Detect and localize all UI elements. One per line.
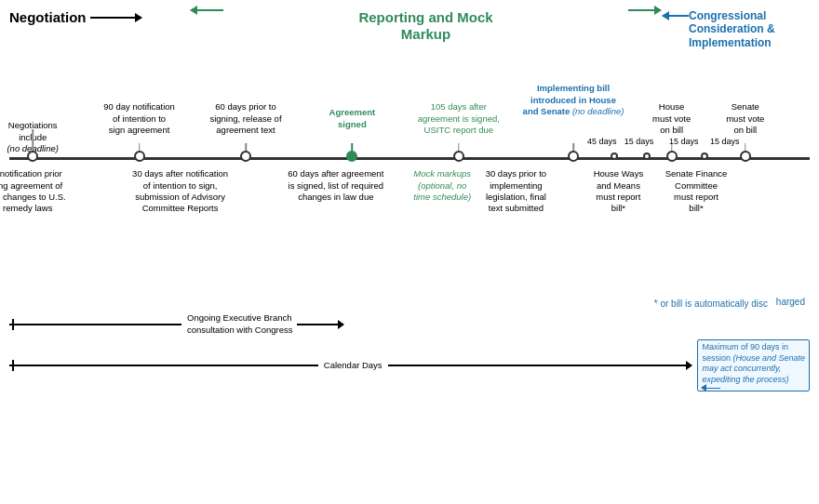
footer-area: * or bill is automatically discharged On… [0, 297, 819, 391]
dot-agreement [346, 151, 357, 162]
arrow-head-left [190, 6, 197, 15]
arrow-head-right [654, 6, 662, 15]
congress-arrow-line [663, 15, 689, 17]
timeline-line [9, 157, 810, 160]
label-senate-vote: Senatemust voteon bill [713, 101, 778, 136]
label-90day: 90 day notificationof intention tosign a… [95, 101, 183, 136]
label-house-vote: Housemust voteon bill [639, 101, 705, 136]
dot-90day [134, 151, 145, 162]
footer-note: * or bill is automatically discharged [9, 297, 810, 309]
arrow-line-green [191, 9, 223, 11]
max-days-arrow [702, 388, 805, 390]
dot-15days-a [643, 153, 651, 160]
dot-house-vote [666, 151, 678, 162]
exec-branch-row: Ongoing Executive Branchconsultation wit… [9, 312, 810, 336]
max-days-box: Maximum of 90 days insession (House and … [697, 339, 810, 391]
max-arrow-line [702, 388, 720, 390]
dot-senate-vote [740, 151, 751, 162]
label-105day: 105 days afteragreement is signed,USITC … [412, 101, 505, 136]
exec-label: Ongoing Executive Branchconsultation wit… [187, 312, 293, 336]
main-container: Negotiation Reporting and MockMarkup [0, 0, 819, 504]
exec-line [14, 324, 181, 325]
phase-negotiation: Negotiation [9, 9, 191, 25]
congress-arrow [663, 15, 689, 17]
label-agreement: Agreementsigned [315, 107, 389, 130]
dot-105day [453, 151, 464, 162]
label-30day-prior: 30 days prior toimplementinglegislation,… [469, 168, 562, 214]
cal-line [14, 365, 318, 366]
label-80day: 80 day notification priorto signing agre… [0, 168, 68, 214]
label-bill-intro: Implementing billintroduced in Houseand … [508, 83, 638, 117]
congress-arrow-head [662, 11, 669, 20]
phase-reporting: Reporting and MockMarkup [225, 9, 626, 43]
days-15c: 15 days [710, 137, 740, 146]
reporting-label: Reporting and MockMarkup [358, 9, 492, 43]
label-60day-after: 60 days after agreementis signed, list o… [285, 168, 387, 203]
dot-15days-b [701, 153, 708, 160]
days-15b: 15 days [669, 137, 699, 146]
cal-arrowhead [686, 361, 692, 370]
dot-neg-start [27, 151, 38, 162]
reporting-arrow-left [191, 9, 223, 11]
exec-arrow [297, 324, 343, 325]
dot-45days [611, 153, 618, 160]
dot-bill-intro [568, 151, 579, 162]
arrow-line [90, 17, 141, 19]
calendar-row: Calendar Days Maximum of 90 days insessi… [9, 339, 810, 391]
days-45: 45 days [587, 137, 617, 146]
congress-label: CongressionalConsideration &Implementati… [689, 9, 775, 49]
cal-line-right [388, 365, 692, 366]
phase-congress: CongressionalConsideration &Implementati… [689, 9, 810, 49]
arrow-line-green2 [628, 9, 661, 11]
phase-header: Negotiation Reporting and MockMarkup [0, 9, 819, 55]
negotiation-arrow [90, 17, 141, 19]
label-senate-finance: Senate FinanceCommitteemust reportbill* [654, 168, 738, 214]
label-60day: 60 days prior tosigning, release ofagree… [199, 101, 292, 136]
days-15a: 15 days [624, 137, 654, 146]
max-arrow-head [701, 384, 706, 391]
label-30day: 30 days after notificationof intention t… [129, 168, 232, 214]
arrow-head [135, 13, 142, 22]
negotiation-label: Negotiation [9, 9, 87, 25]
calendar-label: Calendar Days [324, 360, 383, 370]
exec-arrowhead [338, 320, 344, 329]
label-house-ways: House Waysand Meansmust reportbill* [576, 168, 660, 214]
label-neg-start: Negotiationsinclude(no deadline) [0, 120, 74, 154]
timeline-wrapper: Negotiationsinclude(no deadline) 90 day … [0, 55, 819, 297]
dot-60day [240, 151, 251, 162]
reporting-arrow-right [628, 9, 661, 11]
